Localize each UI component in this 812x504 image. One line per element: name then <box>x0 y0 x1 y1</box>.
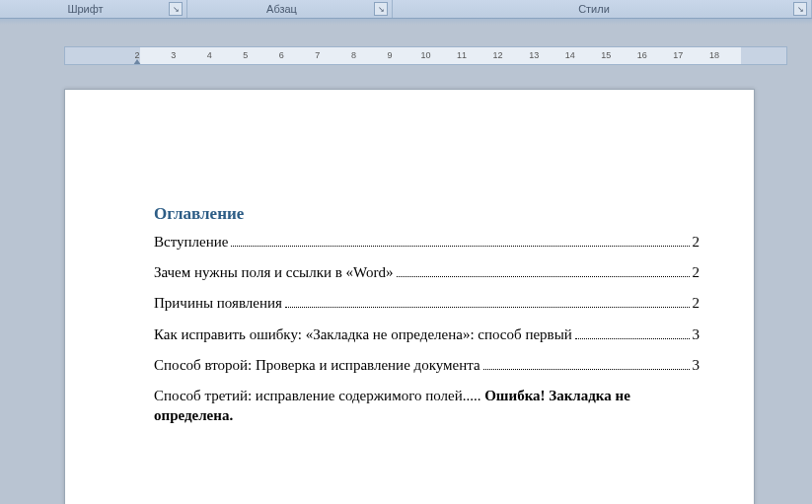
toc-entry-page: 2 <box>693 262 701 282</box>
ruler-tick: 7 <box>315 50 320 60</box>
toc-list: Вступление2Зачем нужны поля и ссылки в «… <box>154 232 700 375</box>
toc-entry[interactable]: Зачем нужны поля и ссылки в «Word»2 <box>154 262 700 282</box>
toc-leader <box>483 369 690 370</box>
toc-entry-broken: Способ третий: исправление содержимого п… <box>154 386 700 426</box>
dialog-launcher-icon[interactable]: ↘ <box>169 2 183 16</box>
horizontal-ruler[interactable]: 23456789101112131415161718 <box>64 46 787 65</box>
ribbon-group-styles: Стили ↘ <box>393 0 812 18</box>
ruler-tick: 16 <box>637 50 647 60</box>
indent-marker-icon[interactable] <box>133 59 141 65</box>
toc-entry-page: 3 <box>693 355 701 375</box>
toc-entry-text: Причины появления <box>154 293 282 313</box>
toc-entry-page: 2 <box>693 232 701 252</box>
toc-title: Оглавление <box>154 203 700 226</box>
ruler-tick: 18 <box>709 50 719 60</box>
toc-entry[interactable]: Способ второй: Проверка и исправление до… <box>154 355 700 375</box>
toc-entry-text: Как исправить ошибку: «Закладка не опред… <box>154 324 572 344</box>
document-page[interactable]: Оглавление Вступление2Зачем нужны поля и… <box>64 89 755 504</box>
ruler-tick: 17 <box>673 50 683 60</box>
toc-entry-text: Вступление <box>154 232 228 252</box>
ribbon-group-strip: Шрифт ↘ Абзац ↘ Стили ↘ <box>0 0 812 19</box>
ruler-tick: 4 <box>207 50 212 60</box>
ruler-tick: 10 <box>420 50 430 60</box>
ribbon-group-paragraph-label: Абзац <box>193 3 370 15</box>
dialog-launcher-icon[interactable]: ↘ <box>374 2 388 16</box>
toc-leader-short: ..... <box>463 386 481 405</box>
toc-leader <box>231 246 689 247</box>
toc-leader <box>397 276 690 277</box>
ruler-tick: 15 <box>601 50 611 60</box>
ruler-tick: 9 <box>387 50 392 60</box>
ribbon-group-font-label: Шрифт <box>6 3 165 15</box>
ruler-tick: 3 <box>171 50 176 60</box>
ruler-tick: 12 <box>493 50 503 60</box>
toc-entry-page: 3 <box>693 324 701 344</box>
ruler-tick: 13 <box>529 50 539 60</box>
toc-error-text: Ошибка! Закладка не <box>484 386 630 405</box>
toc-entry[interactable]: Как исправить ошибку: «Закладка не опред… <box>154 324 700 344</box>
ribbon-group-font: Шрифт ↘ <box>0 0 187 18</box>
ruler-tick: 8 <box>351 50 356 60</box>
toc-entry-text: Способ второй: Проверка и исправление до… <box>154 355 480 375</box>
toc-leader <box>575 338 690 339</box>
ruler-tick: 5 <box>243 50 248 60</box>
toc-entry[interactable]: Причины появления2 <box>154 293 700 313</box>
dialog-launcher-icon[interactable]: ↘ <box>793 2 807 16</box>
document-body: Оглавление Вступление2Зачем нужны поля и… <box>154 203 700 426</box>
ruler-tick: 14 <box>565 50 575 60</box>
toc-entry-text: Зачем нужны поля и ссылки в «Word» <box>154 262 394 282</box>
ruler-tick: 6 <box>279 50 284 60</box>
toc-leader <box>285 307 690 308</box>
ribbon-group-styles-label: Стили <box>399 3 789 15</box>
ribbon-group-paragraph: Абзац ↘ <box>187 0 393 18</box>
toc-entry-text: Способ третий: исправление содержимого п… <box>154 386 463 405</box>
document-workspace: 23456789101112131415161718 Оглавление Вс… <box>0 25 812 504</box>
toc-entry[interactable]: Вступление2 <box>154 232 700 252</box>
toc-error-text: определена. <box>154 405 700 425</box>
ruler-tick: 11 <box>457 50 467 60</box>
toc-entry-page: 2 <box>693 293 701 313</box>
ruler-ticks: 23456789101112131415161718 <box>65 47 786 64</box>
